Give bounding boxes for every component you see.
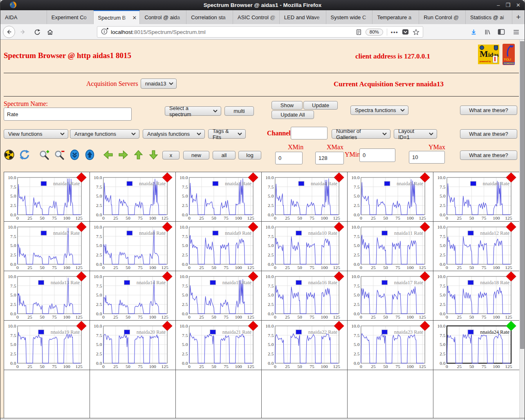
spectrum-chart-nnaida22[interactable]: 0.02.55.07.510.00255075100125nnaida22 Ra… xyxy=(262,321,348,370)
pocket-icon[interactable] xyxy=(402,29,409,35)
spectrum-chart-nnaida14[interactable]: 0.02.55.07.510.00255075100125nnaida14 Ra… xyxy=(90,271,176,321)
spectrum-chart-nnaida16[interactable]: 0.02.55.07.510.00255075100125nnaida16 Ra… xyxy=(262,271,348,321)
zoom-level-badge[interactable]: 80% xyxy=(366,29,383,36)
fast-up-icon[interactable] xyxy=(84,149,95,160)
arrange-functions-dropdown[interactable]: Arrange functions xyxy=(70,129,139,139)
tab-spectrum-b[interactable]: Spectrum B✕ xyxy=(94,10,140,24)
sidebar-icon[interactable] xyxy=(495,26,507,38)
view-functions-dropdown[interactable]: View functions xyxy=(4,129,68,139)
select-spectrum-dropdown[interactable]: Select a spectrum xyxy=(165,106,221,116)
spectrum-chart-nnaida15[interactable]: 0.02.55.07.510.00255075100125nnaida15 Ra… xyxy=(176,271,262,321)
ymin-input[interactable] xyxy=(359,148,395,162)
spectrum-chart-nnaida20[interactable]: 0.02.55.07.510.00255075100125nnaida20 Ra… xyxy=(90,321,176,370)
vertical-scrollbar[interactable] xyxy=(519,40,525,420)
spectrum-chart-nnaida4[interactable]: 0.02.55.07.510.00255075100125nnaida4 Rat… xyxy=(262,172,348,222)
spectrum-chart-nnaida18[interactable]: 0.02.55.07.510.00255075100125nnaida18 Ra… xyxy=(433,271,519,321)
xmax-input[interactable] xyxy=(315,152,344,164)
spectrum-chart-nnaida24[interactable]: 0.02.55.07.510.00255075100125nnaida24 Ra… xyxy=(433,321,519,370)
spectrum-chart-nnaida8[interactable]: 0.02.55.07.510.00255075100125nnaida8 Rat… xyxy=(90,222,176,271)
spectrum-chart-nnaida1[interactable]: 0.02.55.07.510.00255075100125nnaida1 Rat… xyxy=(4,172,90,222)
fast-down-icon[interactable] xyxy=(69,149,80,160)
spectrum-name-input[interactable] xyxy=(4,108,132,121)
tab-experiment-co[interactable]: Experiment Co xyxy=(47,10,94,24)
tab-asic-control[interactable]: ASIC Control @ xyxy=(233,10,280,24)
spectrum-chart-nnaida2[interactable]: 0.02.55.07.510.00255075100125nnaida2 Rat… xyxy=(90,172,176,222)
spectra-functions-dropdown[interactable]: Spectra functions xyxy=(350,106,408,115)
spectrum-chart-nnaida10[interactable]: 0.02.55.07.510.00255075100125nnaida10 Ra… xyxy=(262,222,348,271)
ymax-input[interactable] xyxy=(409,151,445,164)
channel-input[interactable] xyxy=(291,127,328,139)
download-icon[interactable] xyxy=(467,26,480,38)
menu-hamburger-icon[interactable] xyxy=(510,26,522,38)
new-tab-button[interactable]: + xyxy=(512,10,525,24)
layout-id-dropdown[interactable]: Layout ID=1 xyxy=(394,129,437,139)
zoom-out-icon[interactable] xyxy=(54,149,65,160)
show-button[interactable]: Show xyxy=(271,101,303,110)
svg-text:0: 0 xyxy=(188,216,191,220)
library-icon[interactable] xyxy=(481,26,494,38)
spectrum-chart-nnaida7[interactable]: 0.02.55.07.510.00255075100125nnaida7 Rat… xyxy=(4,222,90,271)
what-are-these-button-3[interactable]: What are these? xyxy=(460,150,517,160)
back-button[interactable] xyxy=(3,26,15,38)
forward-button[interactable] xyxy=(17,26,29,38)
scrollbar-thumb[interactable] xyxy=(520,41,524,349)
xmin-input[interactable] xyxy=(275,152,303,164)
spectrum-chart-nnaida5[interactable]: 0.02.55.07.510.00255075100125nnaida5 Rat… xyxy=(348,172,433,222)
tab-close-icon[interactable]: ✕ xyxy=(132,15,137,21)
chart-legend-label: nnaida21 Rate xyxy=(222,329,252,335)
reader-view-icon[interactable] xyxy=(356,29,362,35)
refresh-icon[interactable] xyxy=(19,149,30,160)
spectrum-chart-nnaida21[interactable]: 0.02.55.07.510.00255075100125nnaida21 Ra… xyxy=(176,321,262,370)
arrow-left-icon[interactable] xyxy=(103,149,114,160)
svg-text:25: 25 xyxy=(27,265,32,270)
tab-temperature-a[interactable]: Temperature a xyxy=(372,10,419,24)
spectrum-chart-nnaida19[interactable]: 0.02.55.07.510.00255075100125nnaida19 Ra… xyxy=(4,321,90,370)
tab-aida[interactable]: AIDA xyxy=(0,10,47,24)
spectrum-chart-nnaida11[interactable]: 0.02.55.07.510.00255075100125nnaida11 Ra… xyxy=(348,222,433,271)
spectrum-chart-nnaida6[interactable]: 0.02.55.07.510.00255075100125nnaida6 Rat… xyxy=(433,172,519,222)
svg-text:7.5: 7.5 xyxy=(440,184,446,189)
spectrum-chart-nnaida17[interactable]: 0.02.55.07.510.00255075100125nnaida17 Ra… xyxy=(348,271,433,321)
arrow-right-icon[interactable] xyxy=(118,149,129,160)
bookmark-star-icon[interactable] xyxy=(413,29,420,36)
chevron-down-icon xyxy=(238,133,242,135)
minimize-button[interactable]: – xyxy=(497,0,500,10)
home-icon[interactable] xyxy=(44,26,56,38)
spectrum-chart-nnaida3[interactable]: 0.02.55.07.510.00255075100125nnaida3 Rat… xyxy=(176,172,262,222)
tab-statistics-ai[interactable]: Statistics @ ai xyxy=(466,10,512,24)
zoom-in-icon[interactable] xyxy=(39,149,50,160)
new-button[interactable]: new xyxy=(183,151,209,159)
radiation-icon[interactable] xyxy=(4,149,15,160)
spectrum-chart-nnaida12[interactable]: 0.02.55.07.510.00255075100125nnaida12 Ra… xyxy=(433,222,519,271)
close-button[interactable]: ✕ xyxy=(516,0,521,10)
site-info-icon[interactable] xyxy=(101,28,108,36)
analysis-functions-dropdown[interactable]: Analysis functions xyxy=(143,129,205,139)
tab-control-aida[interactable]: Control @ aida xyxy=(140,10,186,24)
acquisition-server-select[interactable]: nnaida13 xyxy=(141,79,177,89)
what-are-these-button-2[interactable]: What are these? xyxy=(460,129,517,139)
arrow-up-icon[interactable] xyxy=(133,149,144,160)
arrow-down-icon[interactable] xyxy=(148,149,159,160)
tab-run-control[interactable]: Run Control @ xyxy=(419,10,466,24)
spectrum-chart-nnaida13[interactable]: 0.02.55.07.510.00255075100125nnaida13 Ra… xyxy=(4,271,90,321)
update-all-button[interactable]: Update All xyxy=(271,110,314,119)
window-bottom-edge xyxy=(0,418,525,420)
log-button[interactable]: log xyxy=(238,151,261,159)
reload-icon[interactable] xyxy=(31,26,43,38)
update-button[interactable]: Update xyxy=(303,101,338,110)
tab-correlation-sta[interactable]: Correlation sta xyxy=(186,10,233,24)
what-are-these-button-1[interactable]: What are these? xyxy=(460,106,517,115)
multi-button[interactable]: multi xyxy=(224,106,254,116)
spectrum-chart-nnaida9[interactable]: 0.02.55.07.510.00255075100125nnaida9 Rat… xyxy=(176,222,262,271)
page-actions-icon[interactable]: ••• xyxy=(391,29,398,35)
svg-text:10.0: 10.0 xyxy=(94,274,102,279)
maximize-button[interactable]: ❐ xyxy=(505,0,510,10)
url-bar[interactable]: localhost:8015/Spectrum/Spectrum.tml 80%… xyxy=(97,26,423,38)
x-axis-button[interactable]: x xyxy=(162,151,179,159)
all-button[interactable]: all xyxy=(213,151,236,159)
tab-system-wide-c[interactable]: System wide C xyxy=(326,10,373,24)
tags-fits-dropdown[interactable]: Tags & Fits xyxy=(208,129,246,139)
number-of-galleries-dropdown[interactable]: Number of Galleries xyxy=(332,129,390,139)
tab-led-and-wave[interactable]: LED and Wave xyxy=(280,10,326,24)
spectrum-chart-nnaida23[interactable]: 0.02.55.07.510.00255075100125nnaida23 Ra… xyxy=(348,321,433,370)
